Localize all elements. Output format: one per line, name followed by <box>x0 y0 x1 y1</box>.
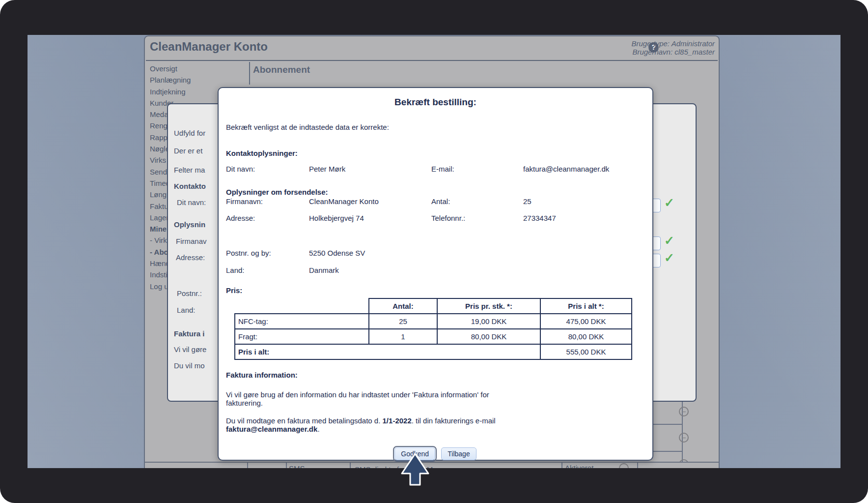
table-total-row: Pris i alt: 555,00 DKK <box>235 344 632 359</box>
remove-icon[interactable]: − <box>679 407 689 416</box>
field-value: 25 <box>523 197 532 206</box>
confirm-order-modal: Bekræft bestilling: Bekræft venligst at … <box>218 87 653 461</box>
page-title: CleanManager Konto <box>150 40 268 54</box>
screenshot-frame: CleanManager Konto ? Brugertype: Adminis… <box>0 0 868 503</box>
price-table: Antal: Pris pr. stk. *: Pris i alt *: NF… <box>234 298 632 360</box>
item-total: 475,00 DKK <box>540 314 632 329</box>
total-price-header: Pris i alt *: <box>540 298 632 314</box>
form-label: Land: <box>177 306 196 314</box>
field-label: Telefonnr.: <box>431 214 465 222</box>
valid-check-icon: ✓ <box>664 234 674 248</box>
cell-divider <box>247 463 248 468</box>
section-title: Abonnement <box>253 64 310 75</box>
field-value: faktura@cleanmanager.dk <box>523 165 609 173</box>
field-value: Danmark <box>309 266 339 274</box>
valid-check-icon: ✓ <box>664 251 674 265</box>
row-label-sms: SMS <box>289 464 305 468</box>
field-value: CleanManager Konto <box>309 197 379 206</box>
cell-divider <box>286 463 287 468</box>
user-info: Brugertype: Administrator Brugernavn: cl… <box>587 39 715 56</box>
contact-heading: Kontaktoplysninger: <box>226 149 298 157</box>
field-label: Adresse: <box>226 214 255 222</box>
sidebar-item-oversigt[interactable]: Oversigt <box>150 63 191 74</box>
grand-total-label: Pris i alt: <box>235 344 540 359</box>
table-row: Fragt: 1 80,00 DKK 80,00 DKK <box>235 329 632 344</box>
title-divider <box>146 60 718 61</box>
invoice-paragraph-1: Vi vil gøre brug af den information du h… <box>226 390 489 407</box>
form-heading: Kontakto <box>174 182 206 190</box>
item-name: NFC-tag: <box>235 314 369 329</box>
table-row: NFC-tag: 25 19,00 DKK 475,00 DKK <box>235 314 632 329</box>
desktop-background: CleanManager Konto ? Brugertype: Adminis… <box>28 35 840 468</box>
field-label: Firmanavn: <box>226 197 263 206</box>
item-unit-price: 19,00 DKK <box>437 314 540 329</box>
modal-intro: Bekræft venligst at de indtastede data e… <box>226 123 389 131</box>
item-name: Fragt: <box>235 329 369 344</box>
content-divider <box>249 62 250 85</box>
invoice-paragraph-2: Du vil modtage en faktura med betalingsd… <box>226 416 496 433</box>
pointer-arrow-icon <box>400 453 430 486</box>
form-label: Firmanav <box>176 237 207 245</box>
user-type-label: Brugertype: Administrator <box>587 39 715 48</box>
price-heading: Pris: <box>226 286 242 295</box>
field-label: Postnr. og by: <box>226 249 271 257</box>
invoice-heading: Faktura information: <box>226 371 298 379</box>
form-label: Adresse: <box>176 253 205 262</box>
row-label-status: Aktiveret <box>565 464 593 468</box>
field-label: E-mail: <box>431 165 454 173</box>
field-value: 27334347 <box>523 214 556 222</box>
form-label: Du vil mo <box>174 361 205 370</box>
background-bottom-row: SMS SMS direkte fra CleanManager Aktiver… <box>145 462 719 468</box>
form-label: Felter ma <box>174 166 205 174</box>
price-table-header-row: Antal: Pris pr. stk. *: Pris i alt *: <box>235 298 632 314</box>
grand-total-value: 555,00 DKK <box>540 344 632 359</box>
modal-button-row: Godkend Tilbage <box>219 447 652 460</box>
remove-icon[interactable]: − <box>619 463 629 468</box>
sidebar-item-indtjekning[interactable]: Indtjekning <box>150 86 191 97</box>
modal-title: Bekræft bestilling: <box>219 97 652 108</box>
field-label: Antal: <box>431 197 450 206</box>
field-label: Land: <box>226 266 245 274</box>
item-total: 80,00 DKK <box>540 329 632 344</box>
cell-divider <box>350 463 351 468</box>
form-heading: Faktura i <box>174 329 205 338</box>
back-button[interactable]: Tilbage <box>441 447 476 460</box>
item-qty: 1 <box>369 329 437 344</box>
sidebar-item-planlaegning[interactable]: Planlægning <box>150 74 191 86</box>
field-label: Dit navn: <box>226 165 255 173</box>
form-label: Der er et <box>174 147 202 155</box>
field-value: Peter Mørk <box>309 165 345 173</box>
form-label: Dit navn: <box>177 198 206 207</box>
field-value: Holkebjergvej 74 <box>309 214 364 222</box>
unit-price-header: Pris pr. stk. *: <box>437 298 540 314</box>
user-name-label: Brugernavn: cl85_master <box>587 48 715 56</box>
remove-icon[interactable]: − <box>679 433 689 443</box>
form-label: Vi vil gøre <box>174 345 206 354</box>
item-qty: 25 <box>369 314 437 329</box>
empty-header-cell <box>235 298 369 314</box>
field-value: 5250 Odense SV <box>309 249 365 257</box>
shipping-heading: Oplysninger om forsendelse: <box>226 188 328 196</box>
cell-divider <box>561 463 562 468</box>
form-heading: Oplysnin <box>174 220 205 229</box>
form-label: Postnr.: <box>177 289 202 297</box>
qty-header: Antal: <box>369 298 437 314</box>
cell-divider <box>637 463 638 468</box>
valid-check-icon: ✓ <box>664 196 674 210</box>
form-label: Udfyld for <box>174 129 205 137</box>
item-unit-price: 80,00 DKK <box>437 329 540 344</box>
